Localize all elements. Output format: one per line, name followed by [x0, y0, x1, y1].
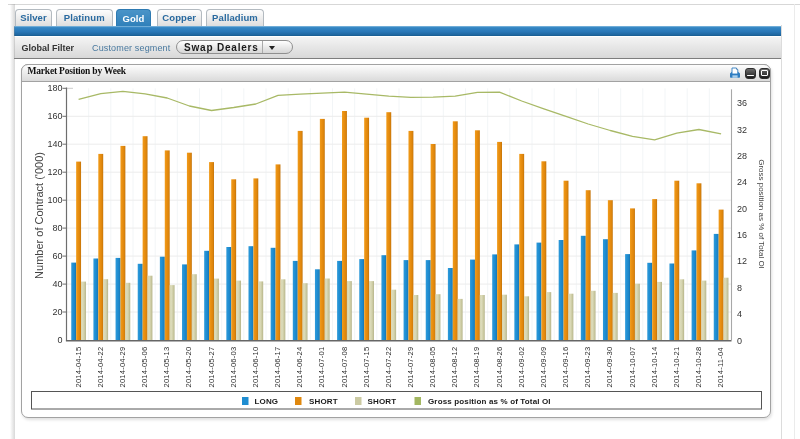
svg-text:2014-10-21: 2014-10-21: [672, 347, 681, 388]
svg-text:2014-05-13: 2014-05-13: [162, 347, 171, 388]
svg-text:2014-09-02: 2014-09-02: [517, 347, 526, 388]
svg-text:2014-07-01: 2014-07-01: [317, 347, 326, 388]
svg-text:2014-04-22: 2014-04-22: [96, 347, 105, 388]
svg-text:2014-09-16: 2014-09-16: [561, 347, 570, 388]
svg-text:2014-04-15: 2014-04-15: [74, 347, 83, 388]
svg-text:LONG: LONG: [255, 397, 279, 406]
svg-text:20: 20: [52, 307, 62, 317]
svg-text:Number of Contract ('000): Number of Contract ('000): [33, 152, 45, 279]
svg-text:2014-07-22: 2014-07-22: [384, 347, 393, 388]
svg-text:SHORT: SHORT: [309, 397, 338, 406]
svg-text:2014-08-12: 2014-08-12: [450, 347, 459, 388]
svg-text:12: 12: [737, 256, 747, 266]
svg-text:2014-06-17: 2014-06-17: [273, 347, 282, 388]
svg-text:0: 0: [737, 336, 742, 346]
svg-text:2014-09-23: 2014-09-23: [583, 347, 592, 388]
svg-text:2014-08-26: 2014-08-26: [495, 347, 504, 388]
svg-text:180: 180: [47, 83, 62, 93]
svg-text:100: 100: [47, 195, 62, 205]
svg-text:2014-09-30: 2014-09-30: [605, 347, 614, 388]
svg-text:Gross position as % of Total O: Gross position as % of Total OI: [428, 397, 551, 406]
svg-text:8: 8: [737, 283, 742, 293]
svg-text:2014-09-09: 2014-09-09: [539, 347, 548, 388]
svg-text:16: 16: [737, 230, 747, 240]
svg-text:2014-07-29: 2014-07-29: [406, 347, 415, 388]
svg-text:2014-04-29: 2014-04-29: [118, 347, 127, 388]
svg-text:2014-05-06: 2014-05-06: [140, 347, 149, 388]
svg-text:2014-11-04: 2014-11-04: [716, 347, 725, 387]
svg-text:SHORT: SHORT: [368, 397, 397, 406]
svg-text:2014-10-07: 2014-10-07: [628, 347, 637, 388]
svg-text:2014-06-10: 2014-06-10: [251, 347, 260, 388]
svg-text:32: 32: [737, 125, 747, 135]
svg-text:2014-07-15: 2014-07-15: [362, 347, 371, 388]
svg-text:20: 20: [737, 204, 747, 214]
svg-text:2014-05-20: 2014-05-20: [184, 347, 193, 388]
svg-text:160: 160: [47, 111, 62, 121]
svg-text:0: 0: [57, 335, 62, 345]
svg-text:2014-10-28: 2014-10-28: [694, 347, 703, 388]
svg-text:2014-08-05: 2014-08-05: [428, 347, 437, 388]
svg-text:2014-06-24: 2014-06-24: [295, 347, 304, 388]
svg-text:2014-06-03: 2014-06-03: [229, 347, 238, 388]
svg-text:140: 140: [47, 139, 62, 149]
svg-text:2014-08-19: 2014-08-19: [472, 347, 481, 388]
svg-text:80: 80: [52, 223, 62, 233]
svg-text:36: 36: [737, 98, 747, 108]
svg-text:2014-10-14: 2014-10-14: [650, 347, 659, 388]
svg-text:2014-05-27: 2014-05-27: [207, 347, 216, 388]
svg-text:24: 24: [737, 177, 747, 187]
svg-text:120: 120: [47, 167, 62, 177]
svg-text:28: 28: [737, 151, 747, 161]
svg-text:40: 40: [52, 279, 62, 289]
svg-text:60: 60: [52, 251, 62, 261]
svg-text:4: 4: [737, 309, 742, 319]
svg-text:2014-07-08: 2014-07-08: [340, 347, 349, 388]
svg-text:Gross position as % of Total O: Gross position as % of Total OI: [757, 159, 766, 269]
